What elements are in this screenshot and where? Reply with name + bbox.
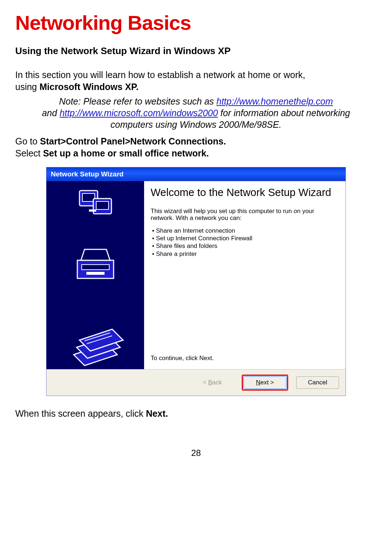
wizard-body: Welcome to the Network Setup Wizard This… (46, 181, 346, 369)
intro-line-2b: Microsoft Windows XP. (40, 82, 139, 92)
wizard-bullet: Share an Internet connection (152, 227, 339, 234)
instr1b: Start>Control Panel>Network Connections. (40, 136, 226, 146)
pages-icon (66, 315, 124, 369)
after1: When this screen appears, click (15, 408, 146, 419)
page-number: 28 (15, 448, 377, 458)
printer-icon (70, 246, 121, 289)
note-link-2[interactable]: http://www.microsoft.com/windows2000 (60, 108, 218, 118)
wizard-bullet: Share files and folders (152, 242, 339, 250)
instructions: Go to Start>Control Panel>Network Connec… (15, 135, 377, 159)
note-lead: Note: Please refer to websites such as (59, 96, 217, 106)
svg-rect-3 (96, 201, 109, 209)
intro-line-1: In this section you will learn how to es… (15, 70, 305, 80)
section-subtitle: Using the Network Setup Wizard in Window… (15, 45, 377, 57)
wizard-sidebar (46, 181, 144, 369)
svg-rect-6 (86, 272, 105, 275)
intro-paragraph: In this section you will learn how to es… (15, 69, 377, 93)
back-button: < Back (191, 376, 234, 389)
note-tail: computers using Windows 2000/Me/98SE. (111, 119, 282, 130)
next-button[interactable]: Next > (244, 376, 286, 389)
after2: Next. (146, 408, 168, 419)
wizard-continue: To continue, click Next. (151, 355, 339, 366)
wizard-lead: This wizard will help you set up this co… (151, 208, 339, 222)
instr2b: Set up a home or small office network. (43, 148, 209, 158)
wizard-bullet: Set up Internet Connection Firewall (152, 234, 339, 242)
after-instruction: When this screen appears, click Next. (15, 408, 377, 419)
wizard-button-row: < Back Next > Cancel (46, 369, 346, 396)
wizard-titlebar: Network Setup Wizard (46, 167, 346, 181)
wizard-window: Network Setup Wizard (46, 167, 346, 396)
instr2a: Select (15, 148, 43, 158)
svg-rect-4 (89, 209, 96, 212)
note-link-1[interactable]: http://www.homenethelp.com (216, 96, 333, 106)
wizard-bullet: Share a printer (152, 250, 339, 258)
note-mid2: for information about networking (218, 108, 350, 118)
computers-icon (77, 188, 114, 220)
note-mid1: and (42, 108, 60, 118)
wizard-main: Welcome to the Network Setup Wizard This… (144, 181, 346, 369)
wizard-heading: Welcome to the Network Setup Wizard (151, 186, 339, 199)
wizard-bullet-list: Share an Internet connection Set up Inte… (151, 227, 339, 258)
instr1a: Go to (15, 136, 40, 146)
next-button-highlight: Next > (242, 375, 288, 391)
note-paragraph: Note: Please refer to websites such as h… (15, 95, 377, 130)
document-page: Networking Basics Using the Network Setu… (0, 0, 392, 465)
svg-rect-5 (82, 265, 109, 270)
cancel-button[interactable]: Cancel (296, 376, 339, 389)
page-title: Networking Basics (15, 11, 377, 34)
intro-line-2a: using (15, 82, 40, 92)
